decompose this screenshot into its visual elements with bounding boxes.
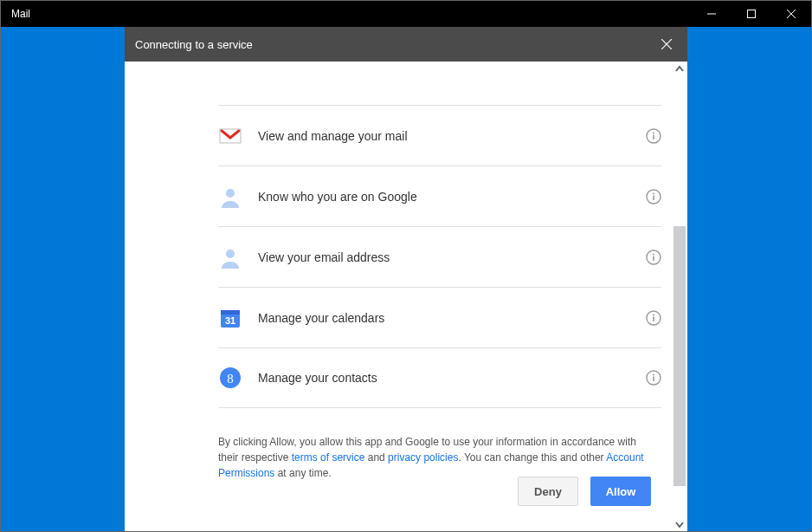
permission-item: Know who you are on Google [218,165,661,226]
svg-rect-28 [653,377,654,382]
svg-point-22 [653,314,654,315]
scroll-thumb[interactable] [673,226,686,486]
oauth-dialog: Connecting to a service View and manage … [125,27,687,532]
allow-button[interactable]: Allow [590,477,651,506]
info-icon[interactable] [646,310,661,326]
svg-rect-13 [653,195,654,200]
person-icon [218,245,242,269]
info-icon[interactable] [646,128,661,144]
privacy-policies-link[interactable]: privacy policies [388,451,458,464]
deny-button[interactable]: Deny [518,477,578,506]
permission-label: View and manage your mail [258,129,630,143]
app-title: Mail [1,8,692,20]
contacts-icon: 8 [218,366,242,390]
info-icon[interactable] [646,370,661,386]
gmail-icon [218,124,242,148]
dialog-header: Connecting to a service [125,27,687,62]
app-body: Connecting to a service View and manage … [1,27,811,532]
permission-label: Know who you are on Google [258,190,630,204]
svg-point-12 [653,192,654,194]
info-icon[interactable] [646,189,661,204]
calendar-icon: 31 [218,306,242,330]
svg-rect-9 [653,134,654,139]
permission-label: Manage your calendars [258,311,630,325]
permission-item: 8 Manage your contacts [218,347,661,408]
svg-point-10 [226,189,235,198]
svg-point-27 [653,374,654,376]
consent-text: By clicking Allow, you allow this app an… [127,434,661,481]
chevron-up-icon [674,64,685,75]
info-icon[interactable] [646,250,661,265]
permission-item: View and manage your mail [218,105,661,165]
window-controls [692,1,811,27]
svg-rect-1 [748,10,756,18]
svg-rect-17 [653,256,654,261]
permission-label: View your email address [258,250,630,264]
permission-list: View and manage your mail Know who you a… [218,105,661,408]
scroll-up-arrow[interactable] [672,62,687,77]
scrollbar[interactable] [672,62,687,532]
dialog-close-button[interactable] [656,34,677,55]
consent-and: and [364,451,388,464]
svg-text:31: 31 [225,315,235,326]
svg-point-14 [226,250,235,258]
dialog-actions: Deny Allow [518,477,651,506]
dialog-body: View and manage your mail Know who you a… [125,62,687,532]
svg-text:8: 8 [227,372,234,386]
minimize-button[interactable] [692,1,731,27]
permission-label: Manage your contacts [258,371,630,385]
close-icon [661,39,672,49]
scroll-track[interactable] [672,77,687,516]
consent-post1: . You can change this and other [458,451,606,464]
svg-rect-19 [221,310,240,315]
chevron-down-icon [674,519,685,529]
titlebar: Mail [1,1,811,27]
maximize-button[interactable] [731,1,771,27]
permission-item: View your email address [218,226,661,287]
person-icon [218,185,242,209]
maximize-icon [747,10,756,18]
close-window-button[interactable] [771,1,811,27]
consent-post2: at any time. [274,467,331,479]
svg-point-8 [653,132,654,133]
dialog-title: Connecting to a service [135,38,656,51]
svg-point-16 [653,253,654,255]
terms-of-service-link[interactable]: terms of service [292,451,365,464]
svg-rect-23 [653,316,654,321]
close-icon [787,10,796,18]
permission-item: 31 Manage your calendars [218,287,661,347]
minimize-icon [707,10,716,18]
scroll-down-arrow[interactable] [672,516,687,532]
